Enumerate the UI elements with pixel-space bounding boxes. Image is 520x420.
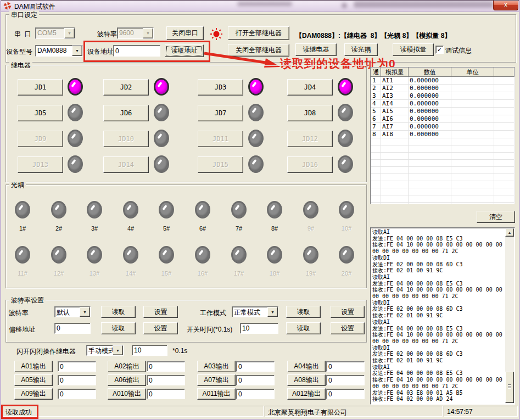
relay-button-jd12: JD12 — [287, 131, 333, 147]
relay-led-6 — [154, 104, 169, 121]
output-button-a01[interactable]: A01输出 — [14, 361, 53, 372]
output-value-input-1[interactable] — [58, 361, 96, 372]
relay-button-jd4[interactable]: JD4 — [287, 79, 333, 96]
output-button-a010[interactable]: A010输出 — [108, 388, 146, 400]
switch-time-read-button[interactable]: 读取 — [286, 322, 321, 334]
relay-group-title: 继电器 — [9, 61, 32, 70]
relay-button-jd7[interactable]: JD7 — [198, 105, 243, 121]
output-button-a04[interactable]: A04输出 — [287, 361, 326, 372]
opto-led-19# — [303, 246, 318, 264]
relay-button-jd5[interactable]: JD5 — [18, 105, 63, 121]
output-button-a05[interactable]: A05输出 — [14, 374, 53, 386]
model-select[interactable]: DAM0888 ▼ — [35, 45, 83, 57]
opto-led-16# — [195, 246, 210, 264]
debug-info-checkbox[interactable]: ✓ — [435, 46, 444, 54]
log-line: 00 00 00 00 00 00 00 71 2C — [372, 383, 504, 390]
opto-label-9#: 9# — [297, 225, 325, 232]
baudrate-select: 9600 ▼ — [117, 27, 154, 39]
read-opto-button[interactable]: 读光耦 — [344, 43, 378, 56]
log-line: 发送:FE 04 03 E8 00 01 A5 B5 — [372, 390, 504, 396]
relay-led-7 — [248, 104, 264, 121]
output-button-a08[interactable]: A08输出 — [287, 374, 326, 386]
log-line: 发送:FE 02 00 00 00 08 6D C3 — [372, 261, 504, 268]
work-mode-read-button[interactable]: 读取 — [286, 306, 321, 318]
output-button-a06[interactable]: A06输出 — [108, 374, 146, 386]
log-line: 发送:FE 04 00 00 00 08 E5 C3 — [372, 326, 504, 332]
relay-button-jd2[interactable]: JD2 — [103, 79, 149, 96]
log-line: 发送:FE 04 00 00 00 08 E5 C3 — [372, 281, 504, 287]
work-mode-set-button[interactable]: 设置 — [331, 306, 365, 318]
opto-label-8#: 8# — [261, 225, 288, 232]
log-scrollbar[interactable]: ▲ — [505, 228, 514, 404]
flash-time-input[interactable] — [132, 345, 167, 356]
log-area[interactable]: 读取AI发送:FE 04 00 00 00 08 E5 C3接收:FE 04 1… — [370, 227, 515, 405]
output-button-a07[interactable]: A07输出 — [197, 374, 236, 386]
switch-time-input[interactable] — [240, 323, 278, 334]
relay-button-jd10: JD10 — [103, 131, 149, 147]
relay-button-jd8[interactable]: JD8 — [287, 105, 333, 121]
flash-unit-label: *0.1s — [172, 347, 187, 355]
output-button-a03[interactable]: A03输出 — [197, 361, 236, 372]
relay-button-jd1[interactable]: JD1 — [18, 79, 63, 96]
opto-led-20# — [339, 246, 354, 264]
scroll-up-button[interactable]: ▲ — [505, 228, 514, 237]
log-line: 发送:FE 04 00 00 00 08 E5 C3 — [372, 236, 504, 242]
log-line: 接收:FE 04 10 00 00 00 00 00 00 00 00 00 — [372, 287, 504, 293]
relay-button-jd3[interactable]: JD3 — [198, 79, 243, 96]
close-button[interactable]: x — [493, 1, 518, 10]
flash-mode-select[interactable]: 手动模式 ▼ — [86, 345, 124, 356]
output-button-a09[interactable]: A09输出 — [14, 388, 53, 400]
chevron-down-icon: ▼ — [267, 307, 278, 317]
output-value-input-12[interactable] — [326, 389, 365, 399]
clear-log-button[interactable]: 清空 — [477, 211, 515, 223]
output-value-input-5[interactable] — [58, 375, 96, 385]
output-value-input-2[interactable] — [147, 361, 185, 372]
output-button-a011[interactable]: A011输出 — [197, 388, 236, 400]
relay-led-4 — [338, 78, 353, 96]
serial-group-title: 串口设定 — [9, 10, 39, 20]
opto-led-6# — [195, 201, 210, 219]
chevron-down-icon: ▼ — [72, 46, 82, 56]
offset-read-button[interactable]: 读取 — [101, 322, 136, 334]
table-row — [371, 153, 515, 160]
opto-led-17# — [231, 246, 247, 264]
read-relay-button[interactable]: 读继电器 — [295, 43, 337, 56]
output-value-input-4[interactable] — [326, 361, 365, 372]
read-address-button[interactable]: 读取地址 — [165, 44, 204, 57]
baud-set-button[interactable]: 设置 — [143, 306, 178, 318]
baud-read-button[interactable]: 读取 — [101, 306, 136, 318]
switch-time-set-button[interactable]: 设置 — [331, 322, 365, 334]
work-mode-select[interactable]: 正常模式 ▼ — [232, 306, 278, 317]
relay-led-10 — [154, 130, 169, 147]
output-value-input-3[interactable] — [236, 361, 275, 372]
read-analog-button[interactable]: 读模拟量 — [393, 43, 434, 56]
output-value-input-8[interactable] — [326, 375, 365, 385]
close-serial-button[interactable]: 关闭串口 — [166, 26, 204, 40]
output-button-a012[interactable]: A012输出 — [287, 388, 326, 400]
baud-setting-select[interactable]: 默认 ▼ — [54, 306, 91, 317]
offset-address-input[interactable] — [54, 323, 91, 334]
relay-led-8 — [338, 104, 353, 121]
offset-set-button[interactable]: 设置 — [143, 322, 178, 334]
device-address-input[interactable] — [113, 45, 160, 57]
output-value-input-7[interactable] — [236, 375, 275, 385]
log-line: 00 00 00 00 00 00 00 71 2C — [372, 293, 504, 300]
output-value-input-9[interactable] — [58, 389, 96, 399]
relay-button-jd9: JD9 — [18, 131, 63, 147]
device-info: 【DAM0888】:【继电器 8】【光耦 8】【模拟量 8】 — [295, 31, 451, 41]
open-all-relays-button[interactable]: 打开全部继电器 — [228, 26, 289, 40]
chevron-down-icon: ▼ — [80, 307, 90, 317]
opto-led-11# — [15, 246, 30, 264]
scroll-thumb[interactable] — [505, 372, 514, 403]
opto-led-13# — [87, 246, 102, 264]
log-line: 读取DI — [372, 255, 504, 261]
table-header: 单位 — [451, 68, 494, 77]
log-line: 接收:FE 04 10 00 00 00 00 00 00 00 00 00 — [372, 332, 504, 338]
output-value-input-6[interactable] — [147, 375, 185, 385]
output-value-input-11[interactable] — [236, 389, 275, 399]
opto-led-9# — [303, 201, 318, 219]
output-value-input-10[interactable] — [147, 389, 185, 399]
relay-button-jd6[interactable]: JD6 — [103, 105, 149, 121]
output-button-a02[interactable]: A02输出 — [108, 361, 146, 372]
baudrate-label: 波特率 — [97, 30, 117, 39]
